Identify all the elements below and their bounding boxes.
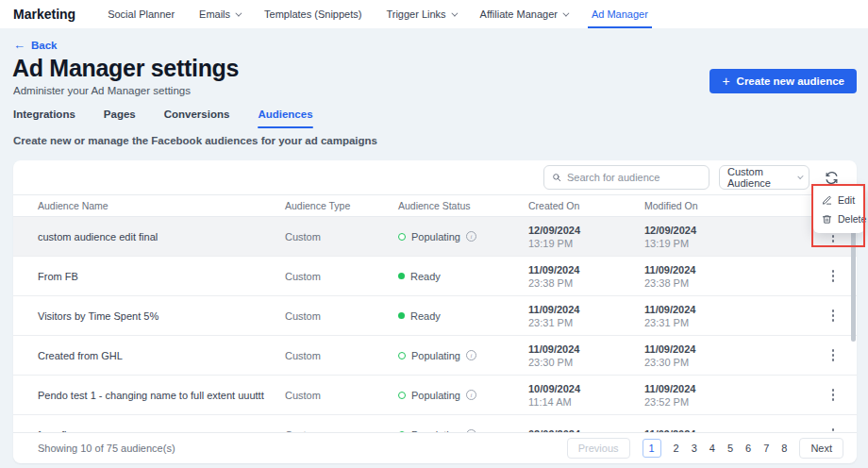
search-icon [552,172,561,183]
table-row[interactable]: From FB Custom Ready 11/09/202423:38 PM … [13,257,857,296]
table-row[interactable]: Created from GHL Custom Populatingi 11/0… [13,336,857,376]
created-on: 11/09/202423:30 PM [528,343,644,368]
col-created-on: Created On [528,200,644,211]
page-number-7[interactable]: 7 [763,443,769,454]
audience-type-select[interactable]: Custom Audience [719,165,810,190]
brand-marketing: Marketing [13,7,75,22]
row-menu-kebab-icon[interactable] [826,266,841,286]
nav-item-templates-snippets[interactable]: Templates (Snippets) [264,0,361,28]
previous-page-button[interactable]: Previous [567,438,630,459]
audience-type: Custom [285,271,398,282]
populating-ring-icon [398,352,406,359]
info-icon: i [466,231,476,242]
audience-type: Custom [285,350,398,361]
tab-pages[interactable]: Pages [104,109,136,128]
audience-name: Pendo test 1 - changing name to full ext… [38,390,285,401]
delete-label: Delete [838,213,866,225]
col-modified-on: Modified On [644,200,810,211]
create-new-audience-button[interactable]: + Create new audience [709,69,857,93]
audience-name: From FB [38,271,285,282]
back-link[interactable]: ← Back [13,39,58,51]
edit-label: Edit [838,194,855,206]
audience-type: Custom [285,310,398,322]
modified-on: 11/09/202423:30 PM [644,343,810,368]
audience-status: Ready [398,310,528,322]
nav-item-emails[interactable]: Emails [199,0,240,28]
tab-audiences[interactable]: Audiences [258,109,312,128]
search-box[interactable] [543,165,709,190]
chevron-down-icon [562,9,569,16]
modified-on: 12/09/202413:19 PM [644,225,810,249]
top-navigation: Marketing Social Planner Emails Template… [0,0,868,28]
nav-items: Social Planner Emails Templates (Snippet… [108,0,648,28]
menu-item-delete[interactable]: Delete [813,209,864,228]
created-on: 10/09/202411:14 AM [528,383,644,408]
nav-label: Emails [199,8,230,20]
row-menu-kebab-icon[interactable] [826,425,841,432]
created-date: 11/09/2024 [528,304,644,315]
table-header: Audience Name Audience Type Audience Sta… [13,194,857,217]
audience-type: Custom [285,390,398,401]
table-row[interactable]: Visitors by Time Spent 5% Custom Ready 1… [13,296,857,336]
nav-label: Ad Manager [592,8,648,20]
left-arrow-icon: ← [13,39,25,51]
nav-item-ad-manager[interactable]: Ad Manager [592,0,648,28]
row-menu-kebab-icon[interactable] [826,306,841,326]
next-page-button[interactable]: Next [799,438,843,459]
page-number-6[interactable]: 6 [745,443,751,454]
status-label: Populating [411,350,460,361]
settings-tabs: Integrations Pages Conversions Audiences [13,109,313,128]
created-time: 23:30 PM [528,357,644,368]
audience-name: Created from GHL [38,350,285,361]
nav-item-affiliate-manager[interactable]: Affiliate Manager [480,0,567,28]
created-time: 11:14 AM [528,396,644,408]
page-number-3[interactable]: 3 [692,443,697,454]
chevron-down-icon [797,173,804,179]
page-number-2[interactable]: 2 [674,443,679,454]
table-scrollbar[interactable] [851,217,856,342]
modified-time: 23:52 PM [644,396,810,408]
pencil-icon [822,195,832,206]
col-audience-status: Audience Status [398,200,528,211]
modified-time: 13:19 PM [644,238,810,249]
search-input[interactable] [567,172,701,183]
created-time: 23:31 PM [528,317,644,328]
created-date: 10/09/2024 [528,383,644,394]
info-icon: i [466,350,476,360]
modified-date: 11/09/2024 [644,304,810,315]
row-menu-kebab-icon[interactable] [826,345,841,365]
info-icon: i [466,390,476,400]
plus-icon: + [722,75,729,88]
audience-status: Ready [398,271,528,282]
row-action-menu: Edit Delete [813,186,864,233]
populating-ring-icon [398,233,406,241]
tab-integrations[interactable]: Integrations [13,109,75,128]
status-label: Ready [410,310,441,322]
created-on: 12/09/202413:19 PM [528,225,644,249]
modified-time: 23:31 PM [644,317,810,328]
populating-ring-icon [398,392,406,399]
page-title: Ad Manager settings [12,55,239,82]
nav-label: Affiliate Manager [480,8,558,20]
nav-item-trigger-links[interactable]: Trigger Links [386,0,455,28]
created-date: 11/09/2024 [528,264,644,276]
table-row[interactable]: custom audience edit final Custom Popula… [13,217,857,257]
menu-item-edit[interactable]: Edit [813,191,864,209]
audience-status: Populatingi [398,390,528,401]
page-subtitle: Administer your Ad Manager settings [13,85,191,96]
page-number-5[interactable]: 5 [727,443,733,454]
nav-item-social-planner[interactable]: Social Planner [108,0,175,28]
col-audience-name: Audience Name [38,200,285,211]
row-menu-kebab-icon[interactable] [826,385,841,405]
table-row[interactable]: from fb Custom Populatingi 02/09/2024 11… [13,415,857,432]
tab-conversions[interactable]: Conversions [164,109,230,128]
create-button-label: Create new audience [737,75,844,87]
modified-time: 23:38 PM [644,277,810,289]
page-number-1[interactable]: 1 [643,439,661,458]
table-row[interactable]: Pendo test 1 - changing name to full ext… [13,376,857,415]
created-date: 11/09/2024 [528,343,644,355]
nav-label: Templates (Snippets) [264,8,361,20]
page-number-4[interactable]: 4 [709,443,715,454]
trash-icon [822,214,832,225]
page-number-8[interactable]: 8 [781,443,787,454]
